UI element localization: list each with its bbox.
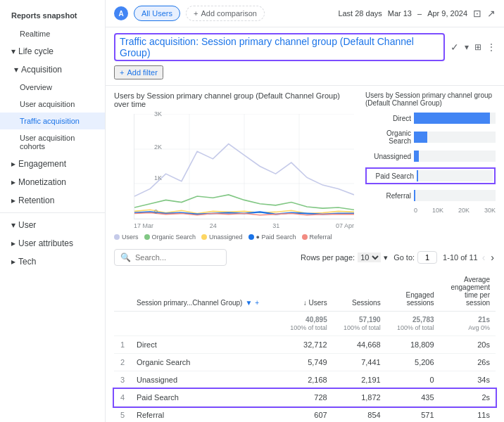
- users-cell: 728: [279, 389, 333, 407]
- bar-fill-referral: [414, 190, 415, 201]
- bar-fill-direct: [414, 113, 490, 124]
- table-row: 2 Organic Search 5,749 7,441 5,206 26s: [114, 354, 496, 371]
- sidebar-item-realtime[interactable]: Realtime: [0, 25, 105, 42]
- main-content: A All Users + Add comparison Last 28 day…: [106, 0, 504, 422]
- col-rank: [114, 271, 131, 312]
- avg-cell: 20s: [440, 336, 496, 354]
- legend-dot-unassigned: [201, 234, 207, 240]
- engaged-cell: 571: [386, 407, 440, 423]
- col-engaged[interactable]: Engagedsessions: [386, 271, 440, 312]
- sidebar-retention[interactable]: ▸ Retention: [0, 191, 105, 210]
- bar-track-direct: [414, 113, 496, 124]
- bar-track-unassigned: [414, 151, 496, 162]
- content-area: Users by Session primary channel group (…: [106, 86, 504, 422]
- add-col-icon[interactable]: +: [255, 299, 259, 307]
- bar-fill-unassigned: [414, 151, 419, 162]
- sidebar-engagement[interactable]: ▸ Engagement: [0, 155, 105, 173]
- bar-chart-container: Users by Session primary channel group (…: [365, 91, 496, 241]
- sidebar-acquisition[interactable]: ▾ Acquisition: [0, 60, 105, 79]
- rows-per-page: Rows per page: 10 25 50 ▾: [301, 252, 388, 262]
- bar-row-paid[interactable]: Paid Search: [365, 167, 496, 184]
- add-comparison-button[interactable]: + Add comparison: [186, 6, 265, 21]
- x-label-2: 24: [210, 222, 217, 229]
- rank-cell: 3: [114, 371, 131, 389]
- bar-label-unassigned: Unassigned: [365, 153, 411, 160]
- search-input[interactable]: [135, 253, 220, 262]
- legend-dot-organic: [144, 234, 150, 240]
- total-users: 40,895 100% of total: [279, 312, 333, 336]
- chevron-down-icon: ▾: [14, 65, 18, 75]
- add-filter-button[interactable]: + Add filter: [114, 65, 163, 79]
- goto-control: Go to:: [393, 251, 437, 264]
- users-cell: 32,712: [279, 336, 333, 354]
- sidebar-item-overview[interactable]: Overview: [0, 79, 105, 96]
- chevron-right-icon: ▸: [11, 196, 15, 205]
- goto-input[interactable]: [417, 251, 437, 264]
- sidebar-item-user-acquisition[interactable]: User acquisition: [0, 96, 105, 113]
- bar-label-direct: Direct: [365, 115, 411, 122]
- engaged-cell: 435: [386, 389, 440, 407]
- users-cell: 5,749: [279, 354, 333, 371]
- all-users-button[interactable]: All Users: [134, 6, 180, 21]
- filter-icon[interactable]: ▼: [245, 299, 252, 307]
- topbar: A All Users + Add comparison Last 28 day…: [106, 0, 504, 27]
- chevron-right-icon: ▸: [11, 159, 15, 169]
- page-title: Traffic acquisition: Session primary cha…: [114, 33, 445, 61]
- rows-per-page-select[interactable]: 10 25 50: [358, 252, 381, 262]
- date-from: Mar 13: [388, 9, 412, 18]
- sidebar-lifecycle[interactable]: ▾ Life cycle: [0, 42, 105, 60]
- total-label: [131, 312, 279, 336]
- share-page-icon[interactable]: ⋮: [487, 42, 496, 52]
- x-label-3: 31: [272, 222, 279, 229]
- sessions-cell: 854: [333, 407, 386, 423]
- settings-icon[interactable]: ⊞: [474, 42, 481, 52]
- total-engaged: 25,783 100% of total: [386, 312, 440, 336]
- totals-row: 40,895 100% of total 57,190 100% of tota…: [114, 312, 496, 336]
- col-sessions[interactable]: Sessions: [333, 271, 386, 312]
- col-users[interactable]: ↓ Users: [279, 271, 333, 312]
- bar-row-organic: Organic Search: [365, 129, 496, 145]
- total-avg: 21s Avg 0%: [440, 312, 496, 336]
- sidebar-item-cohorts[interactable]: User acquisition cohorts: [0, 129, 105, 155]
- prev-page-button[interactable]: ‹: [481, 250, 487, 264]
- next-page-button[interactable]: ›: [489, 250, 496, 264]
- sessions-cell: 7,441: [333, 354, 386, 371]
- sidebar-user-attributes[interactable]: ▸ User attributes: [0, 234, 105, 252]
- rank-cell: 4: [114, 389, 131, 407]
- legend-paid-search: ● Paid Search: [248, 234, 296, 241]
- channel-cell: Direct: [131, 336, 279, 354]
- users-cell: 607: [279, 407, 333, 423]
- col-channel-filter[interactable]: Session primary...Channel Group) ▼ +: [137, 299, 274, 307]
- dropdown-icon[interactable]: ▾: [465, 42, 469, 52]
- sidebar-user[interactable]: ▾ User: [0, 216, 105, 234]
- avg-cell: 2s: [440, 389, 496, 407]
- sidebar-item-traffic-acquisition[interactable]: Traffic acquisition: [0, 113, 105, 129]
- sidebar-tech[interactable]: ▸ Tech: [0, 252, 105, 271]
- plus-icon: +: [194, 9, 198, 18]
- col-channel[interactable]: Session primary...Channel Group) ▼ +: [131, 271, 279, 312]
- page-header: Traffic acquisition: Session primary cha…: [106, 27, 504, 86]
- sidebar-monetization[interactable]: ▸ Monetization: [0, 173, 105, 191]
- save-icon[interactable]: ⊡: [473, 8, 481, 19]
- dropdown-icon: ▾: [384, 253, 388, 262]
- channel-cell: Referral: [131, 407, 279, 423]
- table-row: 5 Referral 607 854 571 11s: [114, 407, 496, 423]
- avg-cell: 26s: [440, 354, 496, 371]
- search-box[interactable]: 🔍: [114, 249, 227, 266]
- bar-label-referral: Referral: [365, 192, 411, 200]
- rank-cell: 2: [114, 354, 131, 371]
- bar-track-organic: [414, 132, 496, 143]
- legend-dot-paid: [248, 234, 254, 240]
- bar-chart: Direct Organic Search: [365, 113, 496, 214]
- table-controls: 🔍 Rows per page: 10 25 50 ▾ Go to:: [114, 249, 496, 266]
- bar-fill-organic: [414, 132, 427, 143]
- col-avg-time[interactable]: Averageengagementtime persession: [440, 271, 496, 312]
- share-icon[interactable]: ↗: [487, 8, 496, 19]
- verified-icon: ✓: [451, 41, 459, 53]
- channel-cell: Paid Search: [131, 389, 279, 407]
- bar-label-paid: Paid Search: [368, 172, 414, 180]
- legend-referral: Referral: [302, 234, 332, 241]
- sessions-cell: 2,191: [333, 371, 386, 389]
- line-chart-container: Users by Session primary channel group (…: [114, 91, 354, 241]
- data-table: Session primary...Channel Group) ▼ + ↓ U…: [114, 271, 496, 422]
